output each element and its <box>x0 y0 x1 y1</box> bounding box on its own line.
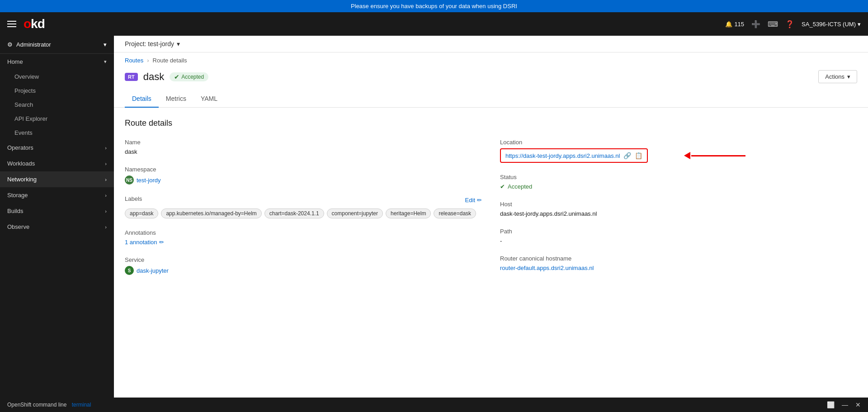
terminal-link[interactable]: terminal <box>72 402 91 408</box>
details-right-col: Location https://dask-test-jordy.apps.ds… <box>500 139 857 286</box>
project-bar: Project: test-jordy ▾ <box>114 36 868 52</box>
labels-edit-button[interactable]: Edit ✏ <box>465 197 482 204</box>
sidebar-group-home[interactable]: Home ▾ <box>0 54 114 70</box>
maximize-icon[interactable]: ⬜ <box>827 401 835 408</box>
sidebar-home-label: Home <box>7 58 23 65</box>
observe-label: Observe <box>7 223 29 230</box>
sidebar-item-overview[interactable]: Overview <box>0 70 114 84</box>
detail-path-row: Path - <box>500 228 857 244</box>
router-hostname-link[interactable]: router-default.apps.dsri2.unimaas.nl <box>500 265 594 271</box>
actions-label: Actions <box>825 73 844 80</box>
hamburger-menu[interactable] <box>7 21 16 27</box>
home-chevron-icon: ▾ <box>104 59 107 65</box>
storage-label: Storage <box>7 192 28 199</box>
status-text-value: Accepted <box>508 183 532 190</box>
close-icon[interactable]: ✕ <box>855 401 861 408</box>
workloads-chevron-icon: › <box>105 161 107 166</box>
terminal-bar-right: ⬜ — ✕ <box>827 401 861 408</box>
sidebar-group-builds[interactable]: Builds › <box>0 203 114 219</box>
sidebar-group-networking[interactable]: Networking › <box>0 171 114 187</box>
section-title: Route details <box>125 118 857 128</box>
api-explorer-label: API Explorer <box>14 115 47 122</box>
tab-metrics-label: Metrics <box>166 95 186 102</box>
actions-button[interactable]: Actions ▾ <box>818 70 857 83</box>
add-icon[interactable]: ➕ <box>751 20 760 28</box>
user-menu[interactable]: SA_5396-ICTS (UM) ▾ <box>802 21 861 28</box>
namespace-icon: NS <box>125 175 134 185</box>
service-link[interactable]: dask-jupyter <box>137 267 169 274</box>
tabs: Details Metrics YAML <box>114 90 868 108</box>
terminal-text: OpenShift command line <box>7 402 66 408</box>
status-label: Status <box>500 174 857 180</box>
sidebar-role-selector[interactable]: ⚙ Administrator ▾ <box>0 36 114 54</box>
gear-icon: ⚙ <box>7 41 13 48</box>
location-label: Location <box>500 139 857 146</box>
service-badge: S dask-jupyter <box>125 266 169 275</box>
logo[interactable]: okd <box>24 17 45 31</box>
tab-metrics[interactable]: Metrics <box>159 90 193 108</box>
operators-chevron-icon: › <box>105 145 107 151</box>
status-value: ✔ Accepted <box>500 183 857 190</box>
detail-host-row: Host dask-test-jordy.apps.dsri2.unimaas.… <box>500 201 857 217</box>
namespace-label: Namespace <box>125 166 482 173</box>
sidebar: ⚙ Administrator ▾ Home ▾ Overview Projec… <box>0 36 114 412</box>
sidebar-group-observe[interactable]: Observe › <box>0 219 114 235</box>
sidebar-group-operators[interactable]: Operators › <box>0 140 114 156</box>
terminal-icon[interactable]: ⌨ <box>768 20 778 28</box>
path-value: - <box>500 237 857 244</box>
tab-yaml[interactable]: YAML <box>193 90 225 108</box>
breadcrumb-current: Route details <box>153 57 187 64</box>
detail-name-row: Name dask <box>125 139 482 155</box>
project-chevron-icon: ▾ <box>177 40 180 47</box>
host-label: Host <box>500 201 857 208</box>
path-label: Path <box>500 228 857 235</box>
storage-chevron-icon: › <box>105 193 107 198</box>
external-link-icon[interactable]: 🔗 <box>623 152 631 159</box>
overview-label: Overview <box>14 73 39 80</box>
label-chip: app.kubernetes.io/managed-by=Helm <box>161 208 261 218</box>
labels-label: Labels <box>125 195 142 202</box>
events-label: Events <box>14 129 33 136</box>
actions-chevron-icon: ▾ <box>847 73 850 80</box>
status-check-icon: ✔ <box>500 183 505 190</box>
breadcrumb: Routes › Route details <box>114 52 868 66</box>
location-box: https://dask-test-jordy.apps.dsri2.unima… <box>500 148 648 163</box>
sidebar-section-home: Home ▾ Overview Projects Search API Expl… <box>0 54 114 140</box>
sidebar-item-events[interactable]: Events <box>0 126 114 140</box>
breadcrumb-separator: › <box>147 57 149 64</box>
tab-details[interactable]: Details <box>125 90 159 108</box>
notifications-bell[interactable]: 🔔 115 <box>725 21 744 28</box>
page-title-left: RT dask ✔ Accepted <box>125 71 208 83</box>
sidebar-item-projects[interactable]: Projects <box>0 84 114 98</box>
networking-label: Networking <box>7 176 37 183</box>
breadcrumb-parent[interactable]: Routes <box>125 57 143 64</box>
annotations-label: Annotations <box>125 229 482 236</box>
detail-router-hostname-row: Router canonical hostname router-default… <box>500 255 857 271</box>
user-name: SA_5396-ICTS (UM) <box>802 21 856 28</box>
annotations-value: 1 annotation <box>125 239 157 246</box>
main-content: Project: test-jordy ▾ Routes › Route det… <box>114 36 868 412</box>
copy-icon[interactable]: 📋 <box>635 152 642 159</box>
details-two-col: Name dask Namespace NS test-jordy <box>125 139 857 286</box>
name-label: Name <box>125 139 482 146</box>
terminal-space <box>68 402 70 408</box>
router-hostname-label: Router canonical hostname <box>500 255 857 262</box>
sidebar-group-workloads[interactable]: Workloads › <box>0 156 114 171</box>
project-label: Project: test-jordy <box>125 40 174 47</box>
annotations-link[interactable]: 1 annotation ✏ <box>125 239 164 246</box>
operators-label: Operators <box>7 144 33 151</box>
sidebar-item-api-explorer[interactable]: API Explorer <box>0 112 114 126</box>
project-selector[interactable]: Project: test-jordy ▾ <box>125 40 180 47</box>
label-chip: component=jupyter <box>327 208 383 218</box>
detail-namespace-row: Namespace NS test-jordy <box>125 166 482 185</box>
sidebar-group-storage[interactable]: Storage › <box>0 187 114 203</box>
annotations-edit-icon: ✏ <box>159 239 164 246</box>
namespace-link[interactable]: test-jordy <box>137 177 160 184</box>
help-icon[interactable]: ❓ <box>785 20 794 28</box>
location-link[interactable]: https://dask-test-jordy.apps.dsri2.unima… <box>505 152 620 159</box>
details-left-col: Name dask Namespace NS test-jordy <box>125 139 482 286</box>
sidebar-item-search[interactable]: Search <box>0 98 114 112</box>
minimize-icon[interactable]: — <box>842 401 848 408</box>
status-text: Accepted <box>181 74 204 80</box>
labels-chips: app=dask app.kubernetes.io/managed-by=He… <box>125 208 482 218</box>
